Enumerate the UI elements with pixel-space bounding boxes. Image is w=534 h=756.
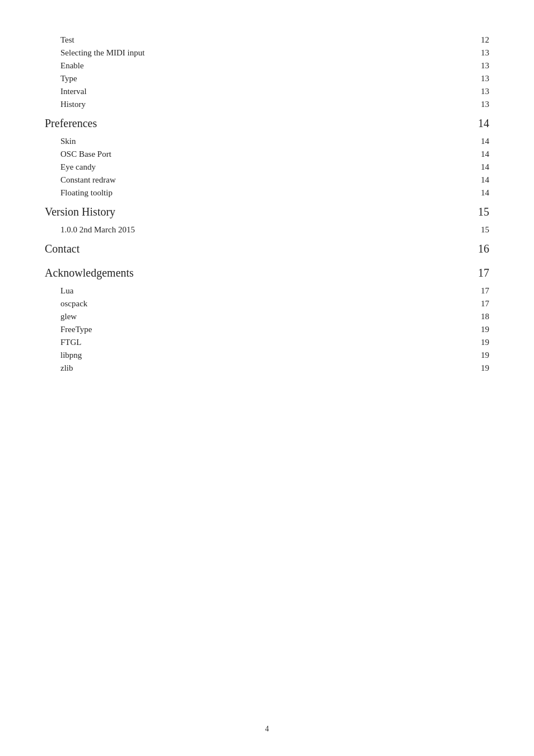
toc-item-label-selecting-midi-input: Selecting the MIDI input bbox=[45, 46, 467, 59]
toc-item-label-test: Test bbox=[45, 34, 467, 46]
toc-item-page-libpng: 19 bbox=[467, 349, 489, 362]
page-number: 4 bbox=[265, 725, 269, 733]
toc-item-page-skin: 14 bbox=[467, 135, 489, 148]
toc-item-label-acknowledgements: Acknowledgements bbox=[45, 265, 467, 281]
toc-item-label-libpng: libpng bbox=[45, 349, 467, 362]
toc-item-label-freetype: FreeType bbox=[45, 323, 467, 336]
toc-item-page-glew: 18 bbox=[467, 310, 489, 323]
toc-item-page-oscpack: 17 bbox=[467, 297, 489, 310]
toc-item-label-floating-tooltip: Floating tooltip bbox=[45, 186, 467, 199]
spacer-row bbox=[45, 111, 489, 115]
toc-item-label-zlib: zlib bbox=[45, 362, 467, 375]
toc-item-page-test: 12 bbox=[467, 34, 489, 46]
toc-item-label-ftgl: FTGL bbox=[45, 336, 467, 349]
toc-item-page-osc-base-port: 14 bbox=[467, 148, 489, 161]
toc-item-label-glew: glew bbox=[45, 310, 467, 323]
toc-item-label-lua: Lua bbox=[45, 284, 467, 297]
toc-item-label-skin: Skin bbox=[45, 135, 467, 148]
toc-item-page-enable: 13 bbox=[467, 59, 489, 72]
toc-item-label-oscpack: oscpack bbox=[45, 297, 467, 310]
toc-item-page-type: 13 bbox=[467, 72, 489, 85]
toc-item-page-lua: 17 bbox=[467, 284, 489, 297]
toc-item-page-ftgl: 19 bbox=[467, 336, 489, 349]
toc-item-label-preferences: Preferences bbox=[45, 115, 467, 132]
toc-item-label-type: Type bbox=[45, 72, 467, 85]
toc-item-page-floating-tooltip: 14 bbox=[467, 186, 489, 199]
spacer-row bbox=[45, 236, 489, 241]
toc-item-label-version-history: Version History bbox=[45, 204, 467, 220]
toc-item-page-constant-redraw: 14 bbox=[467, 174, 489, 186]
toc-item-label-history: History bbox=[45, 98, 467, 111]
page-footer: 4 bbox=[0, 725, 534, 734]
toc-item-label-enable: Enable bbox=[45, 59, 467, 72]
toc-item-page-preferences: 14 bbox=[467, 115, 489, 132]
toc-item-label-contact: Contact bbox=[45, 241, 467, 257]
toc-item-page-version-100: 15 bbox=[467, 223, 489, 236]
toc-item-page-freetype: 19 bbox=[467, 323, 489, 336]
toc-item-label-constant-redraw: Constant redraw bbox=[45, 174, 467, 186]
toc-item-page-interval: 13 bbox=[467, 85, 489, 98]
toc-item-label-eye-candy: Eye candy bbox=[45, 161, 467, 174]
toc-item-label-version-100: 1.0.0 2nd March 2015 bbox=[45, 223, 467, 236]
toc-item-page-acknowledgements: 17 bbox=[467, 265, 489, 281]
toc-item-label-osc-base-port: OSC Base Port bbox=[45, 148, 467, 161]
toc-table: Test12Selecting the MIDI input13Enable13… bbox=[45, 34, 489, 375]
toc-item-page-history: 13 bbox=[467, 98, 489, 111]
toc-item-page-selecting-midi-input: 13 bbox=[467, 46, 489, 59]
page: Test12Selecting the MIDI input13Enable13… bbox=[0, 0, 534, 756]
toc-item-page-eye-candy: 14 bbox=[467, 161, 489, 174]
toc-item-page-contact: 16 bbox=[467, 241, 489, 257]
toc-item-label-interval: Interval bbox=[45, 85, 467, 98]
toc-item-page-version-history: 15 bbox=[467, 204, 489, 220]
toc-item-page-zlib: 19 bbox=[467, 362, 489, 375]
